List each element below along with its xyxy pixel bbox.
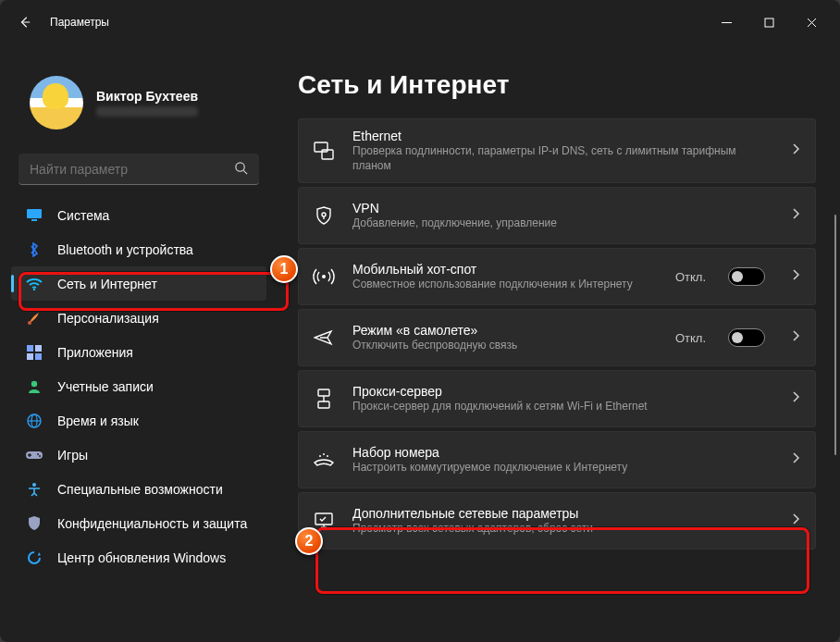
nav-list: Система Bluetooth и устройства Сеть и Ин… xyxy=(11,198,266,574)
svg-point-10 xyxy=(31,380,37,386)
chevron-right-icon xyxy=(791,142,800,159)
svg-point-14 xyxy=(37,453,39,455)
ethernet-icon xyxy=(312,142,336,160)
profile-email-blurred xyxy=(96,106,198,117)
sidebar-item-label: Bluetooth и устройства xyxy=(57,242,193,257)
chevron-right-icon xyxy=(791,390,800,407)
sidebar-item-9[interactable]: Конфиденциальность и защита xyxy=(11,506,266,540)
apps-icon xyxy=(26,344,43,361)
profile-block[interactable]: Виктор Бухтеев xyxy=(11,44,266,150)
sidebar-item-label: Игры xyxy=(57,448,88,463)
toggle-status: Откл. xyxy=(675,331,706,345)
close-button[interactable] xyxy=(790,7,833,37)
card-proxy[interactable]: Прокси-сервер Прокси-сервер для подключе… xyxy=(298,370,816,427)
card-subtitle: Просмотр всех сетевых адаптеров, сброс с… xyxy=(352,521,774,536)
card-text: Режим «в самолете» Отключить беспроводну… xyxy=(352,323,659,352)
card-subtitle: Совместное использование подключения к И… xyxy=(352,277,659,291)
arrow-left-icon xyxy=(19,16,31,29)
card-subtitle: Проверка подлинности, параметры IP-и DNS… xyxy=(352,143,774,173)
monitor-icon xyxy=(26,207,43,224)
maximize-button[interactable] xyxy=(747,7,790,37)
sidebar-item-0[interactable]: Система xyxy=(11,198,266,232)
card-title: VPN xyxy=(352,201,774,216)
card-dialup[interactable]: Набор номера Настроить коммутируемое под… xyxy=(298,431,816,488)
svg-point-19 xyxy=(322,213,326,216)
toggle-airplane[interactable] xyxy=(728,328,765,347)
card-text: Набор номера Настроить коммутируемое под… xyxy=(352,445,774,475)
sidebar-item-4[interactable]: Приложения xyxy=(11,335,266,369)
sidebar-item-8[interactable]: Специальные возможности xyxy=(11,472,266,506)
sidebar-item-3[interactable]: Персонализация xyxy=(11,301,266,335)
svg-rect-2 xyxy=(27,209,42,218)
back-button[interactable] xyxy=(17,16,33,29)
card-text: Мобильный хот-спот Совместное использова… xyxy=(352,262,659,291)
svg-point-24 xyxy=(319,455,321,457)
svg-point-5 xyxy=(28,321,31,325)
card-vpn[interactable]: VPN Добавление, подключение, управление xyxy=(298,187,816,244)
sidebar-item-label: Учетные записи xyxy=(57,379,154,394)
avatar xyxy=(30,76,83,130)
card-ethernet[interactable]: Ethernet Проверка подлинности, параметры… xyxy=(298,118,816,183)
chevron-right-icon xyxy=(791,512,800,529)
annotation-callout-2: 2 xyxy=(295,527,323,555)
sidebar-item-label: Система xyxy=(57,208,109,223)
svg-point-25 xyxy=(327,455,328,457)
card-title: Набор номера xyxy=(352,445,774,460)
toggle-status: Откл. xyxy=(675,270,706,284)
close-icon xyxy=(807,18,817,28)
card-text: Ethernet Проверка подлинности, параметры… xyxy=(352,129,774,173)
svg-point-16 xyxy=(32,483,36,487)
sidebar-item-label: Сеть и Интернет xyxy=(57,277,157,291)
maximize-icon xyxy=(764,18,774,28)
svg-rect-8 xyxy=(27,353,33,360)
game-icon xyxy=(26,447,43,463)
titlebar: Параметры xyxy=(0,0,840,44)
minimize-button[interactable] xyxy=(705,7,747,37)
window-title: Параметры xyxy=(50,16,705,29)
search-input[interactable] xyxy=(30,162,234,177)
svg-rect-21 xyxy=(318,389,329,396)
toggle-hotspot[interactable] xyxy=(728,267,765,286)
sidebar-item-6[interactable]: Время и язык xyxy=(11,403,266,438)
sidebar-item-1[interactable]: Bluetooth и устройства xyxy=(11,232,266,266)
svg-point-23 xyxy=(323,453,325,455)
card-title: Прокси-сервер xyxy=(352,384,774,399)
sidebar-item-5[interactable]: Учетные записи xyxy=(11,369,266,403)
card-hotspot[interactable]: Мобильный хот-спот Совместное использова… xyxy=(298,248,816,305)
card-text: Прокси-сервер Прокси-сервер для подключе… xyxy=(352,384,774,414)
bt-icon xyxy=(26,241,43,258)
card-subtitle: Добавление, подключение, управление xyxy=(352,216,774,230)
plane-icon xyxy=(312,328,336,347)
access-icon xyxy=(26,481,43,498)
update-icon xyxy=(26,549,43,566)
settings-window: Параметры Виктор Бухтеев Систем xyxy=(0,0,840,642)
card-text: Дополнительные сетевые параметры Просмот… xyxy=(352,506,774,536)
chevron-right-icon xyxy=(791,268,800,285)
search-box[interactable] xyxy=(19,154,259,185)
wifi-icon xyxy=(26,276,43,292)
card-advanced[interactable]: Дополнительные сетевые параметры Просмот… xyxy=(298,492,816,549)
sidebar-item-7[interactable]: Игры xyxy=(11,438,266,472)
proxy-icon xyxy=(312,389,336,409)
card-airplane[interactable]: Режим «в самолете» Отключить беспроводну… xyxy=(298,309,816,366)
card-list: Ethernet Проверка подлинности, параметры… xyxy=(298,118,816,549)
sidebar-item-10[interactable]: Центр обновления Windows xyxy=(11,540,266,574)
brush-icon xyxy=(26,310,43,327)
card-subtitle: Прокси-сервер для подключений к сетям Wi… xyxy=(352,399,774,414)
page-title: Сеть и Интернет xyxy=(298,70,816,100)
svg-rect-3 xyxy=(31,219,37,221)
sidebar-item-label: Приложения xyxy=(57,345,133,360)
profile-name: Виктор Бухтеев xyxy=(96,89,198,104)
svg-rect-6 xyxy=(27,345,33,352)
scrollbar[interactable] xyxy=(834,167,837,623)
shield-icon xyxy=(312,206,336,225)
chevron-right-icon xyxy=(791,329,800,346)
globe-icon xyxy=(26,413,43,429)
sidebar-item-2[interactable]: Сеть и Интернет xyxy=(11,266,266,301)
card-title: Режим «в самолете» xyxy=(352,323,659,338)
sidebar-item-label: Время и язык xyxy=(57,414,139,428)
sidebar-item-label: Специальные возможности xyxy=(57,482,223,497)
card-subtitle: Настроить коммутируемое подключение к Ин… xyxy=(352,460,774,475)
scrollbar-thumb[interactable] xyxy=(834,215,836,455)
chevron-right-icon xyxy=(791,207,800,224)
